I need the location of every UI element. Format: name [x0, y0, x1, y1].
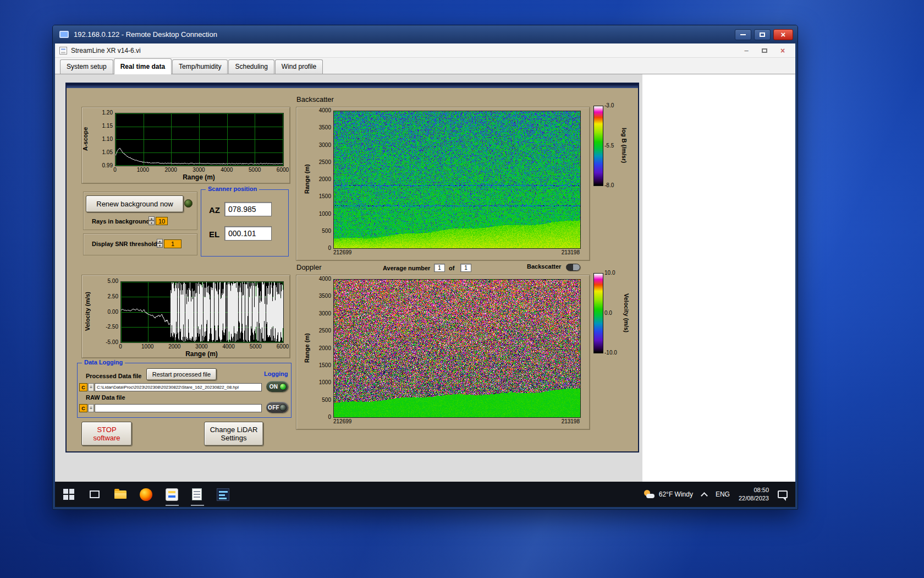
change-lidar-settings-button[interactable]: Change LiDAR Settings — [204, 422, 263, 446]
raw-drive-button[interactable]: C — [79, 404, 87, 412]
raw-logging-toggle[interactable]: OFF — [266, 402, 288, 413]
ascope-y-axis-label: A-scope — [82, 113, 89, 165]
tab-scheduling[interactable]: Scheduling — [228, 59, 274, 74]
file-explorer-button[interactable] — [113, 488, 128, 501]
velocity-x-axis-label: Range (m) — [120, 350, 283, 358]
settings-button-line1: Change LiDAR — [210, 426, 258, 434]
tab-temp-humidity[interactable]: Temp/humidity — [172, 59, 228, 74]
processed-logging-toggle[interactable]: ON — [266, 381, 288, 392]
snr-threshold-value[interactable]: 1 — [164, 239, 182, 248]
processed-drive-button[interactable]: C — [79, 383, 87, 391]
folder-icon — [114, 490, 127, 499]
windows-logo-icon — [63, 489, 74, 500]
el-value-field[interactable]: 000.101 — [224, 226, 272, 241]
restart-processed-file-button[interactable]: Restart processed file — [146, 368, 217, 380]
tick-label: 213198 — [562, 418, 580, 424]
logging-label: Logging — [264, 370, 288, 377]
backscatter-plot-title: Backscatter — [296, 95, 334, 103]
tick-label: 3000 — [192, 343, 211, 350]
tick-label: 1.05 — [102, 149, 113, 155]
notification-center-icon[interactable] — [778, 490, 788, 498]
rdp-close-button[interactable]: × — [773, 29, 793, 40]
rdp-icon — [59, 31, 69, 38]
backscatter-colorbar — [593, 106, 603, 186]
backscatter-y-axis-label: Range (m) — [304, 111, 310, 248]
raw-browse-button[interactable]: ≡ — [88, 404, 94, 412]
pinned-app-button[interactable] — [216, 488, 230, 501]
tray-expand-chevron-icon[interactable] — [701, 492, 708, 499]
tick-label: -10.0 — [604, 350, 617, 356]
backscatter-heatmap-canvas — [333, 111, 581, 249]
off-led-icon — [279, 404, 287, 411]
backscatter-toggle-switch[interactable] — [566, 264, 580, 271]
tick-label: 1.10 — [102, 136, 113, 142]
scanner-position-group: Scanner position AZ 078.985 EL 000.101 — [201, 189, 289, 257]
app-titlebar[interactable]: StreamLine XR v14-6.vi – × — [55, 43, 795, 58]
rdp-titlebar[interactable]: 192.168.0.122 - Remote Desktop Connectio… — [53, 25, 798, 43]
tick-label: 3000 — [319, 310, 331, 317]
clock[interactable]: 08:50 22/08/2023 — [739, 486, 769, 503]
renew-background-led — [184, 199, 193, 208]
snr-spinner[interactable]: ▲▼ — [157, 239, 163, 248]
active-app-underline-2 — [191, 505, 204, 506]
doppler-y-axis-ticks: 40003500300025002000150010005000 — [313, 276, 331, 420]
rdp-client: StreamLine XR v14-6.vi – × System setup … — [55, 43, 795, 507]
doppler-colorbar — [593, 273, 603, 353]
document-app-icon — [217, 488, 229, 501]
firefox-button[interactable] — [139, 488, 153, 501]
start-button[interactable] — [62, 488, 76, 501]
clock-time: 08:50 — [739, 486, 769, 494]
scanner-position-legend: Scanner position — [206, 186, 259, 192]
language-indicator[interactable]: ENG — [716, 490, 730, 498]
tick-label: 2000 — [165, 343, 184, 350]
app-restore-button[interactable] — [756, 46, 773, 56]
rdp-minimize-button[interactable] — [735, 29, 751, 40]
tick-label: 4000 — [319, 107, 331, 113]
desktop: 192.168.0.122 - Remote Desktop Connectio… — [0, 0, 924, 578]
tick-label: 1.15 — [102, 123, 113, 129]
backscatter-heatmap-group: Range (m) 400035003000250020001500100050… — [296, 107, 590, 261]
tab-real-time-data[interactable]: Real time data — [114, 58, 172, 74]
tab-wind-profile[interactable]: Wind profile — [275, 59, 323, 74]
rays-value[interactable]: 10 — [156, 217, 168, 225]
maximize-icon — [760, 32, 765, 37]
average-number-value[interactable]: 1 — [434, 264, 445, 272]
processed-data-file-label: Processed Data file — [86, 373, 142, 379]
taskbar-system-tray: 62°F Windy ENG 08:50 22/08/2023 — [644, 482, 795, 507]
stop-software-button[interactable]: STOP software — [81, 422, 132, 446]
snr-threshold-label: Display SNR threshold — [92, 241, 157, 247]
processed-path-field[interactable]: C:\Lidar\Data\Proc\2023\202308\20230822\… — [95, 383, 262, 391]
processed-browse-button[interactable]: ≡ — [88, 383, 94, 391]
backscatter-toggle-label: Backscatter — [527, 263, 561, 270]
raw-path-field[interactable] — [95, 404, 262, 412]
velocity-y-axis-ticks: 5.002.500.00-2.50-5.00 — [95, 278, 118, 345]
off-label: OFF — [268, 405, 279, 411]
tick-label: 0 — [328, 414, 331, 420]
weather-widget[interactable]: 62°F Windy — [644, 489, 693, 499]
renew-background-button[interactable]: Renew background now — [86, 195, 184, 212]
streamline-app-button[interactable] — [164, 488, 179, 501]
taskbar: 62°F Windy ENG 08:50 22/08/2023 — [55, 482, 795, 507]
task-view-button[interactable] — [87, 488, 102, 501]
scan-scheduler-button[interactable] — [190, 488, 204, 501]
ascope-y-axis-ticks: 1.201.151.101.050.99 — [90, 110, 113, 168]
doppler-x-axis-ticks: 212699213198 — [333, 418, 580, 424]
tick-label: 4000 — [217, 167, 236, 173]
tick-label: 5000 — [245, 167, 264, 173]
az-value-field[interactable]: 078.985 — [224, 202, 272, 216]
tick-label: 5000 — [246, 343, 265, 350]
tab-system-setup[interactable]: System setup — [60, 59, 113, 74]
app-close-button[interactable]: × — [774, 46, 791, 56]
tick-label: 500 — [322, 228, 331, 234]
tick-label: 2.50 — [108, 293, 118, 299]
average-number-label: Average number — [383, 265, 430, 271]
rdp-maximize-button[interactable] — [754, 29, 771, 40]
rays-in-background-label: Rays in background — [92, 218, 150, 225]
average-total-value[interactable]: 1 — [460, 264, 471, 272]
tick-label: 2000 — [319, 176, 331, 182]
tick-label: 0 — [106, 167, 124, 173]
el-label: EL — [209, 230, 219, 239]
rays-spinner[interactable]: ▲▼ — [148, 216, 155, 225]
app-minimize-button[interactable]: – — [738, 46, 755, 56]
tick-label: 1000 — [134, 167, 152, 173]
